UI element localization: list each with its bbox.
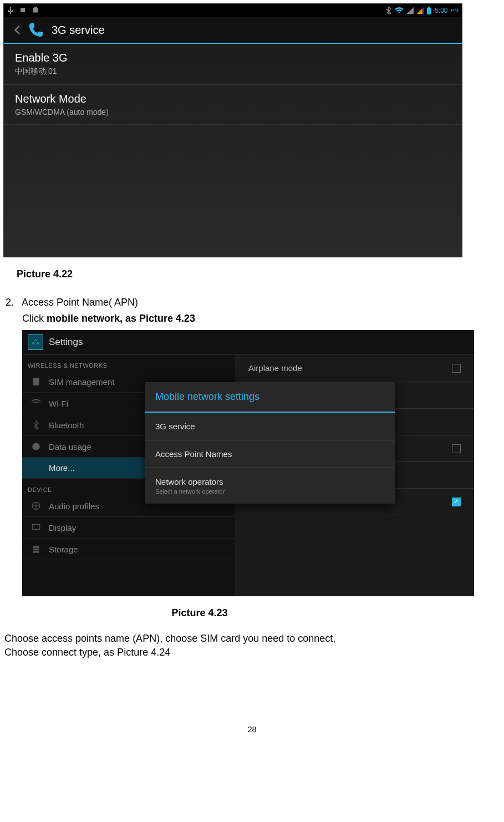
setting-network-mode[interactable]: Network Mode GSM/WCDMA (auto mode) [4, 85, 462, 125]
setting-label: Network Mode [15, 93, 451, 105]
status-time: 5:00 [435, 7, 447, 14]
dialog-item-sub: Select a network operator [155, 488, 385, 495]
dialog-title-prefix: Mobile network [155, 391, 225, 402]
audio-icon [31, 501, 41, 511]
sidebar-label: Display [49, 523, 76, 532]
dialog-item-operators[interactable]: Network operators Select a network opera… [145, 468, 395, 504]
settings-title: Settings [49, 337, 83, 348]
section-num: 2. [6, 297, 14, 308]
svg-rect-9 [33, 551, 39, 552]
battery-icon [427, 7, 431, 14]
setting-sub: 中国移动 01 [15, 67, 451, 77]
phone-icon [25, 21, 45, 39]
page-number: 28 [0, 725, 504, 734]
sim-icon [31, 377, 41, 387]
svg-rect-2 [428, 7, 430, 8]
title-bar: 3G service [4, 17, 462, 44]
checkbox-icon[interactable] [452, 444, 461, 453]
svg-rect-7 [33, 546, 39, 547]
display-icon [31, 522, 41, 532]
paragraph-1: Choose access points name (APN), choose … [4, 633, 504, 645]
dialog-item-label: Access Point Names [155, 449, 385, 459]
sidebar-label: Storage [49, 545, 78, 554]
dialog-title: Mobile network settings [145, 382, 395, 413]
svg-rect-1 [427, 8, 431, 14]
wifi-icon [395, 7, 404, 14]
wifi-icon [31, 398, 41, 408]
dialog-title-suffix: settings [225, 391, 259, 402]
sidebar-label: Audio profiles [49, 501, 99, 511]
signal-icon-2 [417, 7, 424, 14]
debug-icon [19, 7, 26, 14]
caption-4-22: Picture 4.22 [17, 268, 504, 280]
caption-4-23: Picture 4.23 [0, 607, 399, 619]
storage-icon [31, 544, 41, 554]
signal-icon-1 [407, 7, 414, 14]
checkbox-checked-icon[interactable] [452, 498, 461, 506]
sidebar-item-storage[interactable]: Storage [22, 539, 235, 560]
data-icon [31, 442, 41, 451]
usb-icon [7, 7, 14, 14]
svg-rect-3 [33, 378, 39, 385]
sidebar-category-wireless: WIRELESS & NETWORKS [22, 354, 235, 371]
back-icon[interactable] [9, 22, 25, 38]
setting-enable-3g[interactable]: Enable 3G 中国移动 01 [4, 44, 462, 85]
sidebar-label: SIM management [49, 377, 114, 387]
right-label: Airplane mode [248, 363, 302, 373]
status-bar: 5:00 PM [4, 4, 462, 17]
status-ampm: PM [451, 8, 459, 13]
sidebar-label: Data usage [49, 442, 91, 451]
setting-sub: GSM/WCDMA (auto mode) [15, 108, 451, 116]
mobile-network-dialog: Mobile network settings 3G service Acces… [145, 382, 395, 504]
settings-header: Settings [22, 330, 474, 354]
screen-title: 3G service [52, 24, 105, 37]
checkbox-icon[interactable] [452, 364, 461, 373]
sidebar-label: Wi-Fi [49, 399, 68, 408]
sidebar-item-display[interactable]: Display [22, 517, 235, 539]
section-instruction: Click mobile network, as Picture 4.23 [22, 313, 504, 324]
screenshot-3g-service: 5:00 PM 3G service Enable 3G 中国移动 01 Net… [3, 3, 462, 257]
bluetooth-icon [31, 420, 41, 430]
dialog-item-apn[interactable]: Access Point Names [145, 440, 395, 468]
status-left [7, 7, 39, 14]
instruction-prefix: Click [22, 313, 47, 324]
right-item-airplane[interactable]: Airplane mode [235, 354, 474, 382]
dialog-item-3g[interactable]: 3G service [145, 413, 395, 440]
bluetooth-icon [386, 7, 391, 14]
paragraph-2: Choose connect type, as Picture 4.24 [4, 647, 504, 658]
svg-rect-0 [21, 8, 25, 12]
svg-rect-8 [33, 549, 39, 550]
section-title: Access Point Name( APN) [22, 297, 138, 308]
sidebar-label: Bluetooth [49, 420, 84, 430]
dialog-item-label: Network operators [155, 477, 385, 486]
status-right: 5:00 PM [386, 7, 459, 14]
svg-rect-6 [32, 524, 40, 529]
setting-label: Enable 3G [15, 52, 451, 64]
dialog-item-label: 3G service [155, 422, 385, 431]
sidebar-label: More... [49, 463, 75, 473]
svg-point-4 [32, 443, 40, 450]
instruction-bold: mobile network, as Picture 4.23 [47, 313, 195, 324]
screenshot-settings-dialog: Settings WIRELESS & NETWORKS SIM managem… [22, 330, 474, 596]
settings-icon [28, 334, 43, 350]
section-number-title: 2. Access Point Name( APN) [6, 297, 504, 308]
android-icon [32, 7, 39, 14]
